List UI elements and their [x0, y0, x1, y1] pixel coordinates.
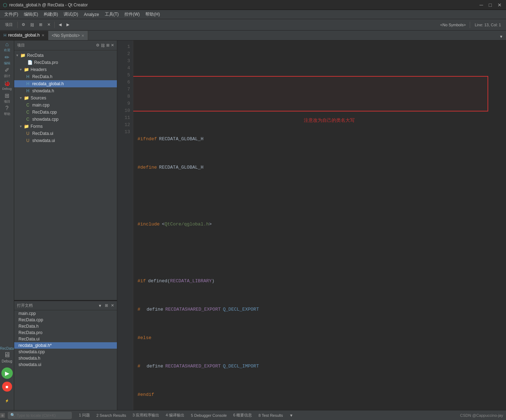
sidebar-filter-icon[interactable]: ⚙	[96, 43, 99, 48]
tab-symbols[interactable]: <No Symbols> ✕	[48, 31, 88, 40]
open-doc-recdata-pro[interactable]: RecData.pro	[14, 329, 117, 336]
menu-file[interactable]: 文件(F)	[1, 11, 21, 18]
tree-item-sources[interactable]: ▼ 📁 Sources	[14, 94, 117, 102]
close-btn[interactable]: ✕	[496, 2, 503, 8]
status-tab-test[interactable]: 8 Test Results	[255, 413, 286, 418]
icon-btn-help[interactable]: ? 帮助	[1, 104, 14, 117]
toolbar-btn-filter[interactable]: ⚙	[20, 21, 27, 28]
file-icon-recdata-ui: U	[26, 131, 29, 136]
icon-btn-edit[interactable]: ✏ 编辑	[1, 53, 14, 66]
code-line-5: #include <QtCore/qglobal.h>	[138, 221, 502, 228]
open-doc-recdata-ui[interactable]: RecData.ui	[14, 336, 117, 342]
sidebar-title: 项目	[17, 43, 25, 48]
sidebar: 项目 ⚙ ⛓ ⊞ ✕ ▼ 📁 RecData ▶ 📄	[14, 40, 117, 410]
open-docs-title: 打开文档	[17, 303, 33, 308]
tree-item-recdata-h[interactable]: H RecData.h	[14, 73, 117, 80]
status-tab-debugger[interactable]: 5 Debugger Console	[188, 413, 230, 418]
arrow-forms: ▼	[19, 125, 23, 128]
menu-help[interactable]: 帮助(H)	[142, 11, 163, 18]
help-icon: ?	[5, 105, 9, 111]
open-doc-recdata-cpp[interactable]: RecData.cpp	[14, 317, 117, 323]
tree-item-forms[interactable]: ▼ 📁 Forms	[14, 123, 117, 130]
toolbar: 项目 ⚙ ⛓ ⊞ ✕ ◀ ▶ <No Symbols> Line: 13, Co…	[0, 19, 506, 31]
toolbar-btn-back[interactable]: ◀	[56, 21, 64, 28]
icon-btn-recdata[interactable]: RecData 🖥 Debug	[1, 345, 14, 365]
status-tab-search[interactable]: 2 Search Results	[93, 413, 129, 418]
tree-item-recdata-ui[interactable]: U RecData.ui	[14, 130, 117, 137]
tree-item-recdata-pro[interactable]: ▶ 📄 RecData.pro	[14, 59, 117, 66]
tab-file-icon: H	[4, 33, 6, 37]
sidebar-close-icon[interactable]: ✕	[111, 43, 114, 48]
open-doc-showdata-cpp[interactable]: showdata.cpp	[14, 349, 117, 355]
open-doc-recdata-global-h[interactable]: recdata_global.h*	[14, 342, 117, 349]
sidebar-split-icon[interactable]: ⊞	[106, 43, 109, 48]
arrow-headers: ▼	[19, 68, 23, 71]
status-tab-compile[interactable]: 4 编译输出	[163, 412, 187, 419]
toolbar-btn-close[interactable]: ✕	[45, 21, 53, 28]
code-line-9: #else	[138, 334, 502, 342]
status-tab-dropdown[interactable]: ▼	[286, 413, 296, 418]
tab-recdata-global[interactable]: H recdata_global.h ✕	[0, 31, 48, 40]
toolbar-btn-split[interactable]: ⊞	[37, 21, 44, 28]
icon-btn-extra[interactable]: ⚡	[1, 394, 14, 407]
menu-tools[interactable]: 工具(T)	[102, 11, 122, 18]
arrow-sources: ▼	[19, 96, 23, 100]
toolbar-separator-1	[17, 22, 18, 28]
open-doc-main-cpp[interactable]: main.cpp	[14, 310, 117, 317]
icon-btn-debug[interactable]: 🐞 Debug	[1, 79, 14, 92]
menu-build[interactable]: 构建(B)	[41, 11, 61, 18]
menu-debug[interactable]: 调试(D)	[61, 11, 81, 18]
tree-item-recdata-global-h[interactable]: H recdata_global.h	[14, 80, 117, 87]
open-doc-showdata-ui[interactable]: showdata.ui	[14, 361, 117, 368]
toolbar-separator-3	[470, 22, 470, 28]
sidebar-sync-icon[interactable]: ⛓	[101, 43, 105, 48]
menu-controls[interactable]: 控件(W)	[122, 11, 142, 18]
menu-analyze[interactable]: Analyze	[81, 11, 102, 18]
status-tab-app-output[interactable]: 3 应用程序输出	[130, 412, 162, 419]
toolbar-btn-link[interactable]: ⛓	[28, 22, 36, 28]
tab-symbols-close-btn[interactable]: ✕	[81, 34, 84, 38]
tab-close-btn[interactable]: ✕	[42, 33, 44, 37]
status-search-box[interactable]: 🔍 Type to locate (Ctrl+K)	[8, 412, 72, 419]
tree-item-recdata[interactable]: ▼ 📁 RecData	[14, 52, 117, 59]
tree-item-showdata-h[interactable]: H showdata.h	[14, 87, 117, 94]
icon-btn-welcome[interactable]: ⌂ 欢迎	[1, 40, 14, 53]
tree-item-showdata-cpp[interactable]: C showdata.cpp	[14, 116, 117, 123]
tab-dropdown-btn[interactable]: ▼	[496, 33, 506, 40]
icon-btn-project[interactable]: ⊞ 项目	[1, 92, 14, 104]
tree-item-main-cpp[interactable]: C main.cpp	[14, 102, 117, 109]
code-editor[interactable]: 注意改为自己的类名大写 #ifndef RECDATA_GLOBAL_H #de…	[133, 40, 506, 410]
file-icon-recdata-h: H	[26, 74, 29, 79]
menu-edit[interactable]: 编辑(E)	[21, 11, 41, 18]
code-line-11: #endif	[138, 391, 502, 398]
stop-btn[interactable]: ■	[2, 382, 12, 392]
tree-label-forms: Forms	[31, 124, 43, 129]
tree-label-recdata-ui: RecData.ui	[32, 131, 53, 136]
open-docs-split[interactable]: ⊞	[105, 303, 108, 308]
toolbar-btn-symbols[interactable]: <No Symbols>	[438, 22, 468, 28]
tree-item-recdata-cpp[interactable]: C RecData.cpp	[14, 109, 117, 116]
minimize-btn[interactable]: ─	[478, 2, 485, 8]
menubar: 文件(F) 编辑(E) 构建(B) 调试(D) Analyze 工具(T) 控件…	[0, 10, 506, 19]
file-icon-main-cpp: C	[26, 103, 29, 108]
tree-label-main-cpp: main.cpp	[32, 103, 50, 108]
toolbar-btn-forward[interactable]: ▶	[64, 21, 71, 28]
open-doc-recdata-h[interactable]: RecData.h	[14, 323, 117, 329]
file-icon-showdata-h: H	[26, 88, 29, 93]
maximize-btn[interactable]: □	[488, 2, 493, 8]
file-icon-global-h: H	[26, 81, 29, 86]
open-docs-dropdown[interactable]: ▼	[98, 304, 102, 308]
run-btn[interactable]: ▶	[1, 367, 13, 379]
tree-item-showdata-ui[interactable]: U showdata.ui	[14, 137, 117, 144]
code-line-10: # define RECDATASHARED_EXPORT Q_DECL_IMP…	[138, 363, 502, 370]
open-docs-close[interactable]: ✕	[111, 303, 114, 308]
tree-label-pro: RecData.pro	[34, 60, 58, 65]
icon-btn-design[interactable]: ✐ 设计	[1, 66, 14, 79]
status-tab-summary[interactable]: 6 概要信息	[230, 412, 255, 419]
open-doc-showdata-h[interactable]: showdata.h	[14, 355, 117, 361]
design-icon: ✐	[5, 67, 9, 73]
tree-item-headers[interactable]: ▼ 📁 Headers	[14, 66, 117, 73]
status-tab-issues[interactable]: 1 问题	[76, 412, 93, 419]
tabbar: H recdata_global.h ✕ <No Symbols> ✕ ▼	[0, 31, 506, 40]
window-title: recdata_global.h @ RecData - Qt Creator	[9, 2, 478, 7]
